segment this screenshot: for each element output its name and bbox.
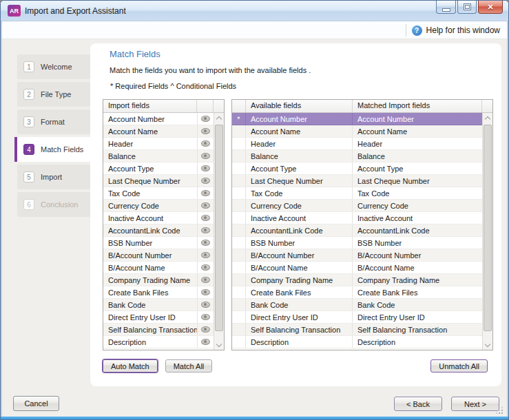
scrollbar-thumb[interactable] — [215, 125, 223, 331]
icon-cell — [198, 212, 214, 224]
eye-icon[interactable] — [201, 178, 210, 184]
match-field-row[interactable]: Inactive AccountInactive Account — [232, 212, 482, 224]
help-link[interactable]: ? Help for this window — [406, 24, 500, 36]
match-field-row[interactable]: Bank CodeBank Code — [232, 299, 482, 311]
next-button[interactable]: Next > — [451, 397, 499, 411]
import-field-row[interactable]: Last Cheque Number — [103, 175, 214, 187]
eye-icon[interactable] — [201, 302, 210, 308]
sidebar-step-match-fields[interactable]: 4Match Fields — [14, 137, 90, 162]
sidebar-step-format[interactable]: 3Format — [17, 109, 90, 134]
eye-icon[interactable] — [201, 339, 210, 345]
step-label: Match Fields — [41, 145, 83, 154]
scroll-down-icon[interactable] — [483, 339, 492, 350]
available-field-cell: Self Balancing Transaction — [246, 324, 353, 335]
match-table-scrollbar[interactable] — [482, 113, 492, 350]
eye-icon[interactable] — [201, 153, 210, 159]
step-label: Conclusion — [41, 200, 78, 209]
auto-match-button[interactable]: Auto Match — [103, 359, 158, 372]
eye-icon[interactable] — [201, 116, 210, 122]
eye-icon[interactable] — [201, 314, 210, 320]
eye-icon[interactable] — [201, 190, 210, 196]
import-field-row[interactable]: Currency Code — [103, 200, 214, 212]
sidebar-step-import[interactable]: 5Import — [17, 165, 90, 189]
close-icon: ✕ — [487, 3, 493, 12]
match-field-row[interactable]: Create Bank FilesCreate Bank Files — [232, 286, 482, 299]
match-field-row[interactable]: Currency CodeCurrency Code — [232, 200, 482, 212]
matched-field-cell: B/Account Number — [353, 249, 482, 261]
eye-icon[interactable] — [201, 227, 210, 233]
match-field-row[interactable]: B/Account NumberB/Account Number — [232, 249, 482, 262]
matched-field-cell: Bank Code — [353, 299, 482, 311]
back-button[interactable]: < Back — [394, 397, 442, 411]
eye-icon[interactable] — [201, 289, 210, 295]
scroll-down-icon[interactable] — [214, 339, 224, 350]
unmatch-all-button[interactable]: Unmatch All — [430, 359, 488, 372]
match-field-row[interactable]: Account TypeAccount Type — [232, 162, 482, 175]
eye-icon[interactable] — [201, 202, 210, 209]
match-field-row[interactable]: Self Balancing TransactionSelf Balancing… — [232, 324, 482, 336]
required-marker-cell — [232, 175, 246, 187]
eye-icon[interactable] — [201, 215, 210, 221]
sidebar-step-welcome[interactable]: 1Welcome — [17, 54, 90, 79]
import-field-row[interactable]: Account Type — [103, 162, 214, 175]
eye-icon[interactable] — [201, 165, 210, 171]
matched-field-cell: Tax Code — [353, 187, 482, 199]
required-marker-cell: * — [232, 113, 246, 125]
import-field-row[interactable]: BSB Number — [103, 237, 214, 249]
column-header-available-fields: Available fields — [246, 100, 353, 112]
match-field-row[interactable]: BalanceBalance — [232, 150, 482, 162]
match-field-row[interactable]: DescriptionDescription — [232, 336, 482, 348]
match-field-row[interactable]: Tax CodeTax Code — [232, 187, 482, 200]
minimize-button[interactable] — [436, 1, 456, 14]
eye-icon[interactable] — [201, 140, 210, 147]
import-field-row[interactable]: B/Account Number — [103, 249, 214, 262]
match-field-row[interactable]: HeaderHeader — [232, 138, 482, 150]
import-field-row[interactable]: Inactive Account — [103, 212, 214, 224]
close-button[interactable]: ✕ — [478, 1, 503, 14]
match-field-row[interactable]: B/Account NameB/Account Name — [232, 262, 482, 274]
import-field-row[interactable]: Description — [103, 336, 214, 348]
scrollbar-thumb[interactable] — [484, 125, 492, 331]
scroll-up-icon[interactable] — [214, 113, 224, 123]
required-marker-cell — [232, 150, 246, 162]
eye-icon[interactable] — [201, 264, 210, 271]
eye-icon[interactable] — [201, 326, 210, 333]
import-field-row[interactable]: B/Account Name — [103, 262, 214, 274]
import-field-row[interactable]: Company Trading Name — [103, 274, 214, 286]
eye-icon[interactable] — [201, 277, 210, 283]
resize-grip-icon[interactable] — [496, 407, 503, 414]
import-field-row[interactable]: Account Number — [103, 113, 214, 125]
match-all-button[interactable]: Match All — [165, 359, 213, 372]
import-field-row[interactable]: Account Name — [103, 125, 214, 138]
match-field-row[interactable]: Account NameAccount Name — [232, 125, 482, 138]
scroll-up-icon[interactable] — [483, 113, 492, 123]
import-fields-body: Account NumberAccount NameHeaderBalanceA… — [103, 113, 214, 350]
match-field-row[interactable]: *Account NumberAccount Number — [232, 113, 482, 125]
eye-icon[interactable] — [201, 240, 210, 246]
import-field-row[interactable]: Direct Entry User ID — [103, 311, 214, 324]
import-table-scrollbar[interactable] — [214, 113, 224, 350]
cancel-button[interactable]: Cancel — [13, 396, 59, 411]
eye-icon[interactable] — [201, 128, 210, 134]
sidebar-step-file-type[interactable]: 2File Type — [17, 82, 90, 107]
icon-cell — [198, 150, 214, 162]
match-field-row[interactable]: Direct Entry User IDDirect Entry User ID — [232, 311, 482, 324]
column-header-icon — [197, 100, 214, 112]
import-field-row[interactable]: AccountantLink Code — [103, 224, 214, 237]
import-field-row[interactable]: Header — [103, 138, 214, 150]
import-field-row[interactable]: Create Bank Files — [103, 286, 214, 299]
maximize-button[interactable] — [457, 1, 477, 14]
column-header-scroll — [482, 100, 492, 112]
match-field-row[interactable]: BSB NumberBSB Number — [232, 237, 482, 249]
eye-icon[interactable] — [201, 252, 210, 258]
help-bar: ? Help for this window — [2, 21, 507, 39]
import-field-row[interactable]: Bank Code — [103, 299, 214, 311]
match-field-row[interactable]: Company Trading NameCompany Trading Name — [232, 274, 482, 286]
import-field-row[interactable]: Balance — [103, 150, 214, 162]
required-marker-cell — [232, 162, 246, 174]
match-field-row[interactable]: Last Cheque NumberLast Cheque Number — [232, 175, 482, 187]
import-field-row[interactable]: Tax Code — [103, 187, 214, 200]
import-field-row[interactable]: Self Balancing Transaction — [103, 324, 214, 336]
matched-field-cell: Account Type — [353, 162, 482, 174]
match-field-row[interactable]: AccountantLink CodeAccountantLink Code — [232, 224, 482, 237]
